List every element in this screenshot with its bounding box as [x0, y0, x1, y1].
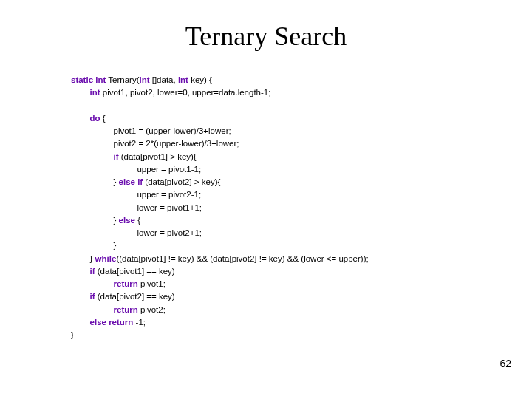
keyword-int: int [178, 75, 188, 84]
code-text: } [71, 330, 74, 339]
code-text: pivot2; [138, 305, 166, 314]
code-text: pivot1; [138, 279, 166, 288]
keyword-else-return: else return [90, 318, 134, 327]
code-text: { [135, 216, 140, 225]
keyword-return: return [114, 279, 138, 288]
code-block: static int Ternary(int []data, int key) … [71, 74, 532, 341]
code-text: Ternary( [106, 75, 139, 84]
keyword-else: else [119, 216, 135, 225]
code-text: } [114, 177, 119, 186]
code-text: key) { [188, 75, 212, 84]
code-text: ((data[pivot1] != key) && (data[pivot2] … [116, 254, 368, 263]
code-text: (data[pivot1] == key) [95, 267, 175, 276]
code-text: { [100, 114, 106, 123]
code-text: } [90, 254, 95, 263]
keyword-int: int [90, 88, 100, 97]
keyword-do: do [90, 114, 100, 123]
code-text: } [114, 241, 117, 250]
code-text: upper = pivot2-1; [137, 190, 201, 199]
code-text: lower = pivot1+1; [137, 203, 202, 212]
keyword-while: while [95, 254, 117, 263]
keyword-else-if: else if [119, 177, 143, 186]
keyword-if: if [114, 152, 119, 161]
code-text: upper = pivot1-1; [137, 165, 201, 174]
keyword-return: return [114, 305, 138, 314]
code-text: (data[pivot2] == key) [95, 292, 175, 301]
keyword-if: if [90, 267, 95, 276]
code-text: -1; [133, 318, 146, 327]
code-text: lower = pivot2+1; [137, 228, 202, 237]
code-text: pivot1 = (upper-lower)/3+lower; [114, 126, 231, 135]
code-text: pivot1, pivot2, lower=0, upper=data.leng… [100, 88, 271, 97]
keyword-if: if [90, 292, 95, 301]
code-text: (data[pivot1] > key){ [119, 152, 197, 161]
code-text: pivot2 = 2*(upper-lower)/3+lower; [114, 139, 239, 148]
code-text: []data, [150, 75, 178, 84]
slide-title: Ternary Search [0, 21, 532, 52]
keyword-int: int [139, 75, 149, 84]
code-text: (data[pivot2] > key){ [143, 177, 220, 186]
code-text: } [114, 216, 119, 225]
keyword-static-int: static int [71, 75, 106, 84]
page-number: 62 [499, 358, 511, 369]
